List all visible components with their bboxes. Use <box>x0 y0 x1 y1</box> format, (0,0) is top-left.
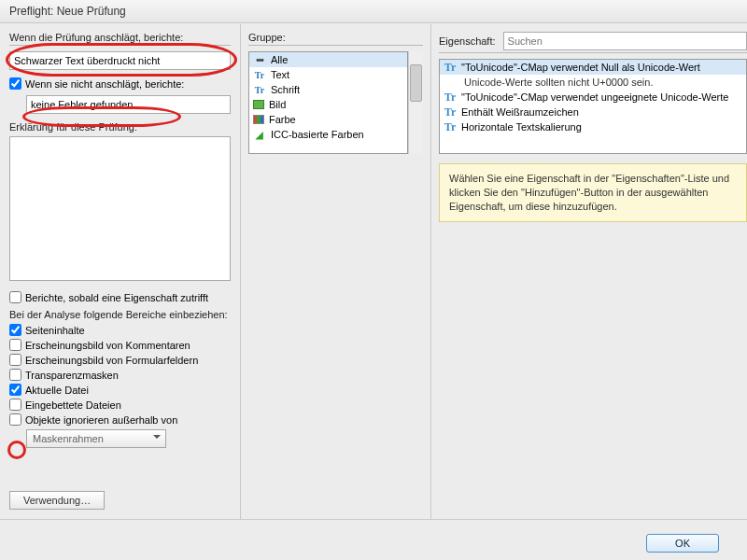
opt-aktuelle-checkbox[interactable] <box>9 384 21 396</box>
search-input[interactable] <box>503 32 747 50</box>
opt-formular-label: Erscheinungsbild von Formularfeldern <box>25 355 198 366</box>
tt-icon: Tr <box>444 62 457 73</box>
property-label: Eigenschaft: <box>439 35 496 47</box>
list-item[interactable]: TrSchrift <box>249 82 407 97</box>
list-item[interactable]: Tr"ToUnicode"-CMap verwendet ungeeignete… <box>440 90 746 105</box>
list-item[interactable]: Tr"ToUnicode"-CMap verwendet Null als Un… <box>440 60 746 75</box>
opt-transparenz-label: Transparenzmasken <box>25 370 119 381</box>
list-item[interactable]: •••Alle <box>249 52 407 67</box>
list-item[interactable]: Bild <box>249 97 407 112</box>
property-panel: Eigenschaft: Tr"ToUnicode"-CMap verwende… <box>431 24 747 519</box>
opt-eingebettete-label: Eingebettete Dateien <box>25 399 121 411</box>
ok-button[interactable]: OK <box>646 534 719 553</box>
opt-eingebettete-checkbox[interactable] <box>9 399 21 411</box>
opt-report-once-checkbox[interactable] <box>9 291 21 303</box>
group-label: Gruppe: <box>248 32 423 46</box>
maskbox-select[interactable]: Maskenrahmen <box>26 429 166 448</box>
opt-formular-checkbox[interactable] <box>9 354 21 366</box>
hint-text: Wählen Sie eine Eigenschaft in der "Eige… <box>439 163 747 222</box>
opt-seiteninhalte-label: Seiteninhalte <box>25 325 85 336</box>
opt-aktuelle-label: Aktuelle Datei <box>25 385 89 396</box>
list-item[interactable]: ◢ICC-basierte Farben <box>249 127 407 142</box>
icc-icon: ◢ <box>253 129 266 140</box>
tt-icon: Tr <box>444 91 457 103</box>
opt-kommentare-checkbox[interactable] <box>9 339 21 351</box>
when-not-label: Wenn sie nicht anschlägt, berichte: <box>25 78 184 90</box>
list-item-desc: Unicode-Werte sollten nicht U+0000 sein. <box>440 75 746 90</box>
opt-ignore-label: Objekte ignorieren außerhalb von <box>25 414 177 426</box>
group-scrollbar[interactable] <box>408 51 423 154</box>
window-title: Preflight: Neue Prüfung <box>0 0 747 23</box>
include-label: Bei der Analyse folgende Bereiche einbez… <box>9 309 231 320</box>
image-icon <box>253 100 264 109</box>
opt-ignore-checkbox[interactable] <box>9 413 21 426</box>
color-icon <box>253 115 264 124</box>
opt-report-once-label: Berichte, sobald eine Eigenschaft zutrif… <box>25 292 208 303</box>
group-panel: Gruppe: •••Alle TrText TrSchrift Bild Fa… <box>241 24 431 519</box>
font-icon: Tr <box>253 84 266 95</box>
list-item[interactable]: TrText <box>249 67 407 82</box>
text-icon: Tr <box>253 69 266 80</box>
footer: OK <box>0 519 747 560</box>
tt-icon: Tr <box>444 121 457 133</box>
opt-kommentare-label: Erscheinungsbild von Kommentaren <box>25 340 190 351</box>
property-listbox[interactable]: Tr"ToUnicode"-CMap verwendet Null als Un… <box>439 59 747 154</box>
explanation-label: Erklärung für diese Prüfung: <box>9 121 231 133</box>
when-not-input[interactable] <box>26 95 231 114</box>
when-not-checkbox[interactable] <box>9 77 21 90</box>
verwendung-button[interactable]: Verwendung… <box>9 491 105 510</box>
when-hits-input[interactable] <box>9 51 231 70</box>
group-listbox[interactable]: •••Alle TrText TrSchrift Bild Farbe ◢ICC… <box>248 51 408 154</box>
tt-icon: Tr <box>444 106 457 118</box>
list-item[interactable]: TrEnthält Weißraumzeichen <box>440 105 746 119</box>
left-panel: Wenn die Prüfung anschlägt, berichte: We… <box>0 24 241 519</box>
opt-transparenz-checkbox[interactable] <box>9 369 21 381</box>
list-item[interactable]: TrHorizontale Textskalierung <box>440 119 746 134</box>
chevron-down-icon <box>153 435 161 442</box>
explanation-textarea[interactable] <box>9 136 231 281</box>
when-hits-label: Wenn die Prüfung anschlägt, berichte: <box>9 32 231 46</box>
all-icon: ••• <box>253 54 266 65</box>
list-item[interactable]: Farbe <box>249 112 407 127</box>
opt-seiteninhalte-checkbox[interactable] <box>9 324 21 336</box>
